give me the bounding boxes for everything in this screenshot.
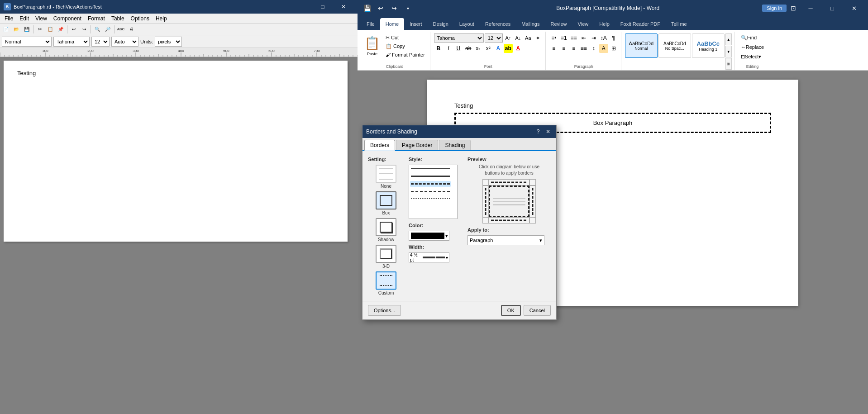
style-solid2[interactable] xyxy=(410,173,451,179)
setting-box[interactable]: Box xyxy=(368,191,404,215)
doc-area[interactable]: Testing xyxy=(0,57,358,414)
change-case-button[interactable]: Aa xyxy=(524,33,533,43)
styles-expand[interactable]: ⊞ xyxy=(725,58,732,70)
search-button[interactable]: 🔍 xyxy=(92,24,102,34)
minimize-button[interactable]: ─ xyxy=(291,0,312,14)
select-button[interactable]: ⊡ Select ▾ xyxy=(739,52,766,61)
prev-bottom-border-button[interactable] xyxy=(489,217,529,224)
prev-right-border-button[interactable] xyxy=(529,186,536,217)
style-solid[interactable] xyxy=(410,166,451,171)
ribbon-display-icon[interactable]: ⊡ xyxy=(787,2,799,14)
styles-scroll-down[interactable]: ▼ xyxy=(725,46,732,57)
tab-home[interactable]: Home xyxy=(380,18,404,30)
width-dropdown[interactable]: 4 ½ pt ▾ xyxy=(409,252,449,262)
units-select[interactable]: pixels xyxy=(155,37,182,47)
font-size-select[interactable]: 12 xyxy=(485,33,503,43)
bullets-button[interactable]: ≡• xyxy=(549,33,558,43)
size-select[interactable]: 12 xyxy=(91,37,110,47)
setting-custom[interactable]: Custom xyxy=(368,271,404,295)
word-undo-icon[interactable]: ↩ xyxy=(375,2,386,14)
dialog-tab-pageborder[interactable]: Page Border xyxy=(396,140,438,150)
align-left-button[interactable]: ≡ xyxy=(549,44,558,53)
borders-button[interactable]: ⊞ xyxy=(609,44,618,53)
print-button[interactable]: 🖨 xyxy=(126,24,136,34)
tab-view[interactable]: View xyxy=(572,18,594,30)
dialog-tab-shading[interactable]: Shading xyxy=(439,140,471,150)
tab-layout[interactable]: Layout xyxy=(454,18,480,30)
cut-button[interactable]: ✂ xyxy=(35,24,45,34)
style-dotted[interactable] xyxy=(410,181,451,187)
dialog-close-button[interactable]: ✕ xyxy=(544,127,553,136)
style-nospacing[interactable]: AaBbCcDd No Spac... xyxy=(658,33,691,58)
paste-button[interactable]: 📋 Paste xyxy=(362,33,382,58)
find-button[interactable]: 🔍 Find xyxy=(739,33,766,42)
color-dropdown[interactable]: ▾ xyxy=(409,231,449,241)
cancel-button[interactable]: Cancel xyxy=(524,305,551,316)
word-save-icon[interactable]: 💾 xyxy=(361,2,373,14)
undo-button[interactable]: ↩ xyxy=(69,24,79,34)
word-doc-area[interactable]: Testing Box Paragraph Borders and Shadin… xyxy=(358,71,868,414)
apply-dropdown[interactable]: Paragraph ▾ xyxy=(467,235,544,245)
save-button[interactable]: 💾 xyxy=(22,24,32,34)
style-heading1[interactable]: AaBbCc Heading 1 xyxy=(692,33,725,58)
tab-insert[interactable]: Insert xyxy=(404,18,428,30)
close-button[interactable]: ✕ xyxy=(333,0,354,14)
font-shrink-button[interactable]: A↓ xyxy=(514,33,523,43)
clear-format-button[interactable]: ✦ xyxy=(534,33,543,43)
menu-options[interactable]: Options xyxy=(128,14,152,23)
word-redo-icon[interactable]: ↪ xyxy=(388,2,400,14)
redo-button[interactable]: ↪ xyxy=(79,24,89,34)
style-dashed[interactable] xyxy=(410,189,451,194)
word-minimize-button[interactable]: ─ xyxy=(800,0,821,16)
tab-references[interactable]: References xyxy=(480,18,516,30)
new-button[interactable]: 📄 xyxy=(1,24,11,34)
open-button[interactable]: 📂 xyxy=(11,24,21,34)
options-button[interactable]: Options... xyxy=(368,305,401,316)
word-close-button[interactable]: ✕ xyxy=(844,0,864,16)
decrease-indent-button[interactable]: ⇤ xyxy=(579,33,588,43)
setting-shadow[interactable]: Shadow xyxy=(368,218,404,242)
sign-in-button[interactable]: Sign in xyxy=(762,5,787,12)
style-normal[interactable]: AaBbCcDd Normal xyxy=(625,33,658,58)
zoom-button[interactable]: 🔎 xyxy=(103,24,113,34)
style-dotdash[interactable] xyxy=(410,196,451,201)
menu-help[interactable]: Help xyxy=(153,14,170,23)
strikethrough-button[interactable]: ab xyxy=(464,44,473,53)
multilevel-button[interactable]: ≡≡ xyxy=(569,33,578,43)
copy-button[interactable]: 📋 xyxy=(45,24,55,34)
font-select[interactable]: Tahoma xyxy=(53,37,90,47)
style-list[interactable] xyxy=(409,165,458,219)
text-highlight-button[interactable]: ab xyxy=(504,44,513,53)
menu-component[interactable]: Component xyxy=(51,14,84,23)
align-right-button[interactable]: ≡ xyxy=(569,44,578,53)
font-name-select[interactable]: Tahoma xyxy=(434,33,484,43)
setting-none[interactable]: None xyxy=(368,165,404,189)
increase-indent-button[interactable]: ⇥ xyxy=(589,33,598,43)
format1-button[interactable]: ABC xyxy=(116,24,126,34)
ok-button[interactable]: OK xyxy=(501,305,521,316)
tab-review[interactable]: Review xyxy=(545,18,572,30)
align-center-button[interactable]: ≡ xyxy=(559,44,568,53)
prev-left-border-button[interactable] xyxy=(482,186,489,217)
restore-button[interactable]: □ xyxy=(312,0,333,14)
menu-table[interactable]: Table xyxy=(109,14,127,23)
copy-button[interactable]: 📋 Copy xyxy=(383,42,427,50)
justify-button[interactable]: ≡≡ xyxy=(579,44,588,53)
tab-foxit[interactable]: Foxit Reader PDF xyxy=(615,18,666,30)
color-select[interactable]: Auto xyxy=(111,37,138,47)
underline-button[interactable]: U xyxy=(454,44,463,53)
formatpainter-button[interactable]: 🖌 Format Painter xyxy=(383,51,427,59)
text-effects-button[interactable]: A xyxy=(494,44,503,53)
word-restore-button[interactable]: □ xyxy=(822,0,843,16)
bold-button[interactable]: B xyxy=(434,44,443,53)
dialog-tab-borders[interactable]: Borders xyxy=(364,140,395,151)
menu-format[interactable]: Format xyxy=(85,14,108,23)
show-marks-button[interactable]: ¶ xyxy=(609,33,618,43)
tab-mailings[interactable]: Mailings xyxy=(516,18,545,30)
tab-file[interactable]: File xyxy=(361,18,380,30)
tab-help[interactable]: Help xyxy=(594,18,615,30)
prev-top-border-button[interactable] xyxy=(489,179,529,186)
dialog-help-button[interactable]: ? xyxy=(534,127,543,136)
replace-button[interactable]: ↔ Replace xyxy=(739,43,766,51)
shading-button[interactable]: A xyxy=(599,44,608,53)
